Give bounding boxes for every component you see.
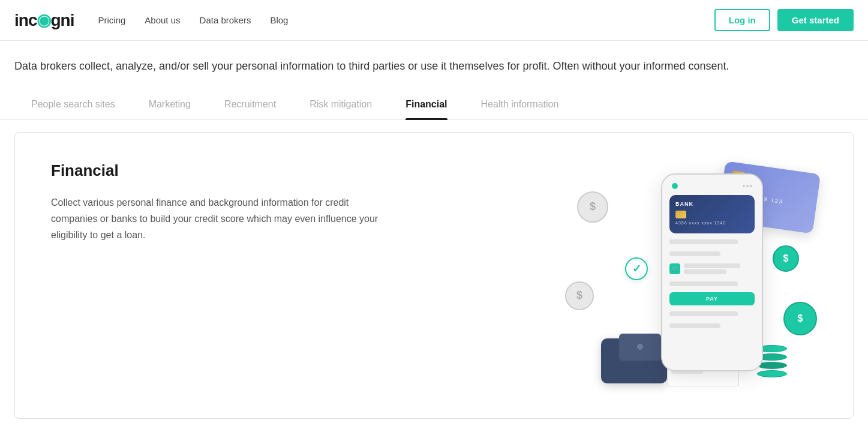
dot-1: [743, 185, 745, 187]
phone-line-6: [669, 311, 738, 316]
card-chip: [675, 211, 686, 218]
nav-links: Pricing About us Data brokers Blog: [98, 15, 288, 25]
card-text-area: Financial Collect various personal finan…: [51, 161, 387, 244]
navbar: inc◉gni Pricing About us Data brokers Bl…: [0, 0, 868, 41]
tab-financial[interactable]: Financial: [389, 89, 464, 119]
phone-line-3: [684, 263, 740, 268]
phone-line-5: [669, 281, 738, 286]
wallet-dot: [637, 344, 643, 350]
bank-number: 4356 xxxx xxxx 1342: [675, 221, 749, 225]
phone-line-4: [684, 269, 726, 274]
phone-top-bar: [669, 182, 755, 190]
tab-health-info[interactable]: Health information: [464, 89, 576, 119]
illustration-container: $ $ ✓ B: [565, 161, 817, 389]
intro-section: Data brokers collect, analyze, and/or se…: [0, 41, 868, 89]
cart-icon: 🛒: [669, 263, 680, 274]
nav-pricing[interactable]: Pricing: [98, 15, 125, 25]
card-title: Financial: [51, 161, 387, 180]
tab-people-search[interactable]: People search sites: [14, 89, 132, 119]
coin-dollar-1: $: [577, 191, 608, 223]
tab-recruitment[interactable]: Recruitment: [208, 89, 293, 119]
pay-button-display: PAY: [669, 292, 755, 305]
nav-left: inc◉gni Pricing About us Data brokers Bl…: [14, 10, 288, 30]
bank-label: BANK: [675, 201, 749, 207]
card-illustration: $ $ ✓ B: [565, 161, 817, 389]
coin-teal-2: $: [783, 302, 817, 335]
phone-dots: [743, 185, 752, 187]
stack-coin-4: [757, 370, 787, 377]
wallet-inner: [619, 334, 661, 361]
wallet-display: [601, 338, 667, 383]
logo[interactable]: inc◉gni: [14, 10, 74, 30]
nav-blog[interactable]: Blog: [270, 15, 288, 25]
get-started-button[interactable]: Get started: [777, 9, 854, 31]
card-description: Collect various personal finance and bac…: [51, 194, 387, 244]
dot-2: [746, 185, 749, 187]
nav-brokers[interactable]: Data brokers: [200, 15, 251, 25]
phone-mockup: BANK 4356 xxxx xxxx 1342 🛒: [661, 173, 763, 371]
coin-dollar-2: $: [565, 281, 594, 310]
tab-risk-mitigation[interactable]: Risk mitigation: [293, 89, 389, 119]
phone-indicator: [672, 183, 678, 189]
nav-right: Log in Get started: [714, 9, 854, 31]
phone-line-2: [669, 251, 720, 256]
bank-card-display: BANK 4356 xxxx xxxx 1342: [669, 195, 755, 233]
dot-3: [750, 185, 752, 187]
cart-row: 🛒: [669, 262, 755, 275]
phone-screen: BANK 4356 xxxx xxxx 1342 🛒: [662, 175, 762, 370]
phone-line-7: [669, 323, 720, 328]
tab-marketing[interactable]: Marketing: [132, 89, 208, 119]
category-tabs: People search sites Marketing Recruitmen…: [0, 89, 868, 120]
financial-card: Financial Collect various personal finan…: [14, 132, 854, 419]
phone-line-1: [669, 239, 738, 244]
nav-about[interactable]: About us: [145, 15, 180, 25]
login-button[interactable]: Log in: [714, 9, 770, 31]
intro-text: Data brokers collect, analyze, and/or se…: [14, 58, 854, 75]
coin-teal-1: $: [773, 245, 799, 272]
check-badge: ✓: [625, 257, 648, 280]
